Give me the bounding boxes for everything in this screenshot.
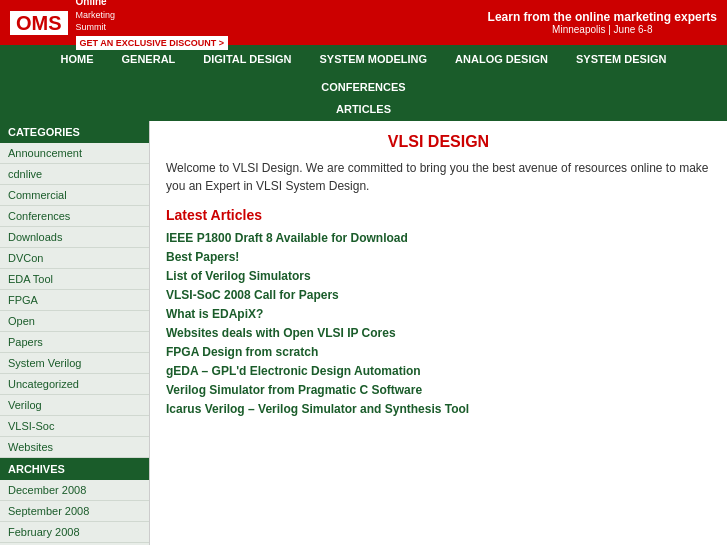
- content-intro: Welcome to VLSI Design. We are committed…: [166, 159, 711, 195]
- sidebar-item-dvcon[interactable]: DVCon: [0, 248, 149, 269]
- nav-system-design[interactable]: SYSTEM DESIGN: [562, 45, 680, 73]
- sidebar: CATEGORIES Announcement cdnlive Commerci…: [0, 121, 150, 545]
- sidebar-item-verilog[interactable]: Verilog: [0, 395, 149, 416]
- sidebar-item-commercial[interactable]: Commercial: [0, 185, 149, 206]
- nav-digital-design[interactable]: DIGITAL DESIGN: [189, 45, 305, 73]
- article-link-1[interactable]: Best Papers!: [166, 250, 711, 264]
- sidebar-item-conferences[interactable]: Conferences: [0, 206, 149, 227]
- article-link-5[interactable]: Websites deals with Open VLSI IP Cores: [166, 326, 711, 340]
- nav-general[interactable]: GENERAL: [108, 45, 190, 73]
- nav-articles[interactable]: ARTICLES: [0, 101, 727, 121]
- banner: OMS Online Marketing Summit GET AN EXCLU…: [0, 0, 727, 45]
- sidebar-item-open[interactable]: Open: [0, 311, 149, 332]
- content: VLSI DESIGN Welcome to VLSI Design. We a…: [150, 121, 727, 433]
- nav-system-modeling[interactable]: SYSTEM MODELING: [306, 45, 442, 73]
- sidebar-item-sep-2008[interactable]: September 2008: [0, 501, 149, 522]
- sidebar-item-vlsi-soc[interactable]: VLSI-Soc: [0, 416, 149, 437]
- sidebar-item-uncategorized[interactable]: Uncategorized: [0, 374, 149, 395]
- sidebar-item-eda-tool[interactable]: EDA Tool: [0, 269, 149, 290]
- nav: HOME GENERAL DIGITAL DESIGN SYSTEM MODEL…: [0, 45, 727, 121]
- oms-line3: Summit: [76, 21, 228, 34]
- article-link-9[interactable]: Icarus Verilog – Verilog Simulator and S…: [166, 402, 711, 416]
- banner-location: Minneapolis | June 6-8: [488, 24, 717, 35]
- sidebar-item-announcement[interactable]: Announcement: [0, 143, 149, 164]
- oms-subtitle: Online Marketing Summit GET AN EXCLUSIVE…: [76, 0, 228, 50]
- nav-conferences[interactable]: CONFERENCES: [307, 73, 419, 101]
- article-link-6[interactable]: FPGA Design from scratch: [166, 345, 711, 359]
- article-link-2[interactable]: List of Verilog Simulators: [166, 269, 711, 283]
- oms-line2: Marketing: [76, 9, 228, 22]
- sidebar-item-papers[interactable]: Papers: [0, 332, 149, 353]
- article-link-7[interactable]: gEDA – GPL'd Electronic Design Automatio…: [166, 364, 711, 378]
- article-link-0[interactable]: IEEE P1800 Draft 8 Available for Downloa…: [166, 231, 711, 245]
- nav-home[interactable]: HOME: [47, 45, 108, 73]
- sidebar-item-feb-2008[interactable]: February 2008: [0, 522, 149, 543]
- page-title: VLSI DESIGN: [166, 133, 711, 151]
- oms-line1: Online: [76, 0, 228, 9]
- sidebar-item-fpga[interactable]: FPGA: [0, 290, 149, 311]
- article-link-8[interactable]: Verilog Simulator from Pragmatic C Softw…: [166, 383, 711, 397]
- main-layout: CATEGORIES Announcement cdnlive Commerci…: [0, 121, 727, 545]
- sidebar-item-websites[interactable]: Websites: [0, 437, 149, 458]
- sidebar-item-cdnlive[interactable]: cdnlive: [0, 164, 149, 185]
- nav-analog-design[interactable]: ANALOG DESIGN: [441, 45, 562, 73]
- oms-logo[interactable]: OMS: [10, 11, 68, 35]
- categories-header: CATEGORIES: [0, 121, 149, 143]
- sidebar-item-dec-2008[interactable]: December 2008: [0, 480, 149, 501]
- article-link-4[interactable]: What is EDApiX?: [166, 307, 711, 321]
- article-link-3[interactable]: VLSI-SoC 2008 Call for Papers: [166, 288, 711, 302]
- sidebar-item-downloads[interactable]: Downloads: [0, 227, 149, 248]
- archives-header: ARCHIVES: [0, 458, 149, 480]
- sidebar-item-system-verilog[interactable]: System Verilog: [0, 353, 149, 374]
- banner-right: Learn from the online marketing experts …: [488, 10, 717, 35]
- banner-learn-text: Learn from the online marketing experts: [488, 10, 717, 24]
- banner-left: OMS Online Marketing Summit GET AN EXCLU…: [10, 0, 228, 50]
- latest-articles-title: Latest Articles: [166, 207, 711, 223]
